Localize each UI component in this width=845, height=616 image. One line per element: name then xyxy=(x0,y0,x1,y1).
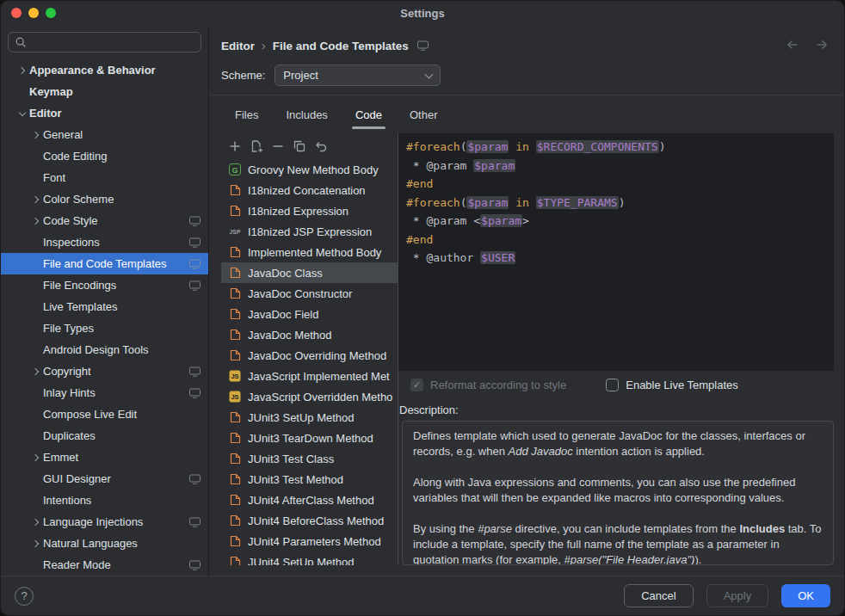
template-file-icon xyxy=(228,535,242,547)
sidebar-item-label: General xyxy=(43,128,83,141)
create-child-template-button[interactable] xyxy=(247,137,266,156)
ok-button[interactable]: OK xyxy=(781,584,830,607)
template-toolbar xyxy=(221,133,398,159)
template-item-javadoc-class[interactable]: JavaDoc Class xyxy=(221,262,398,283)
sidebar-item-file-and-code-templates[interactable]: File and Code Templates xyxy=(1,253,208,274)
template-item-javadoc-constructor[interactable]: JavaDoc Constructor xyxy=(221,283,398,304)
template-code-editor[interactable]: #foreach($param in $RECORD_COMPONENTS) *… xyxy=(398,133,834,371)
template-file-icon xyxy=(228,184,242,196)
template-item-i18nized-expression[interactable]: I18nized Expression xyxy=(221,200,398,221)
groovy-file-icon: G xyxy=(228,163,242,176)
sidebar-item-copyright[interactable]: Copyright xyxy=(1,360,208,382)
sidebar-item-reader-mode[interactable]: Reader Mode xyxy=(1,554,208,576)
chevron-spacer xyxy=(29,236,43,249)
sidebar-item-inspections[interactable]: Inspections xyxy=(1,231,208,253)
chevron-down-icon xyxy=(426,71,432,80)
template-item-junit3-teardown-method[interactable]: JUnit3 TearDown Method xyxy=(221,428,398,448)
sidebar-item-font[interactable]: Font xyxy=(1,167,208,188)
sidebar-item-label: Editor xyxy=(29,107,62,120)
template-item-i18nized-jsp-expression[interactable]: JSPI18nized JSP Expression xyxy=(221,221,398,242)
template-item-junit4-beforeclass-method[interactable]: JUnit4 BeforeClass Method xyxy=(221,510,398,531)
reformat-checkbox[interactable]: ✓ Reformat according to style xyxy=(410,379,566,391)
sidebar-item-emmet[interactable]: Emmet xyxy=(1,447,208,468)
sidebar-item-label: Emmet xyxy=(43,451,78,464)
sidebar-item-intentions[interactable]: Intentions xyxy=(1,490,208,511)
duplicate-template-button[interactable] xyxy=(290,137,309,156)
sidebar-item-appearance-behavior[interactable]: Appearance & Behavior xyxy=(1,59,208,81)
search-input[interactable] xyxy=(31,36,194,49)
svg-text:JSP: JSP xyxy=(230,229,241,235)
help-button[interactable]: ? xyxy=(15,587,34,606)
sidebar-item-code-editing[interactable]: Code Editing xyxy=(1,145,208,167)
template-list-panel: GGroovy New Method BodyI18nized Concaten… xyxy=(221,133,398,565)
tab-includes[interactable]: Includes xyxy=(272,99,341,130)
template-item-junit3-test-class[interactable]: JUnit3 Test Class xyxy=(221,448,398,469)
sidebar-item-general[interactable]: General xyxy=(1,124,208,145)
minimize-window-button[interactable] xyxy=(28,8,39,18)
close-window-button[interactable] xyxy=(11,8,22,18)
sidebar-item-natural-languages[interactable]: Natural Languages xyxy=(1,533,208,554)
chevron-right-icon[interactable] xyxy=(29,365,43,379)
sidebar-item-file-types[interactable]: File Types xyxy=(1,317,208,339)
breadcrumb-section[interactable]: Editor xyxy=(221,40,255,52)
template-item-junit4-setup-method[interactable]: JUnit4 SetUp Method xyxy=(221,551,398,565)
template-item-implemented-method-body[interactable]: Implemented Method Body xyxy=(221,242,398,262)
shared-settings-icon xyxy=(189,280,200,291)
sidebar-item-keymap[interactable]: Keymap xyxy=(1,81,208,102)
tab-files[interactable]: Files xyxy=(221,99,272,130)
chevron-spacer xyxy=(29,279,43,293)
cancel-button[interactable]: Cancel xyxy=(624,584,693,607)
tab-other[interactable]: Other xyxy=(396,99,452,130)
chevron-right-icon[interactable] xyxy=(29,128,43,142)
sidebar-item-inlay-hints[interactable]: Inlay Hints xyxy=(1,382,208,403)
sidebar-item-live-templates[interactable]: Live Templates xyxy=(1,296,208,317)
template-item-javadoc-field[interactable]: JavaDoc Field xyxy=(221,304,398,324)
sidebar-item-label: Font xyxy=(43,171,65,184)
zoom-window-button[interactable] xyxy=(46,8,56,18)
sidebar-item-gui-designer[interactable]: GUI Designer xyxy=(1,468,208,490)
template-item-javadoc-method[interactable]: JavaDoc Method xyxy=(221,324,398,345)
scheme-select[interactable]: Project xyxy=(274,65,441,86)
sidebar-item-compose-live-edit[interactable]: Compose Live Edit xyxy=(1,403,208,425)
template-item-i18nized-concatenation[interactable]: I18nized Concatenation xyxy=(221,180,398,200)
template-item-javascript-implemented-met[interactable]: JSJavaScript Implemented Met xyxy=(221,366,398,386)
sidebar-item-android-design-tools[interactable]: Android Design Tools xyxy=(1,339,208,360)
sidebar-item-color-scheme[interactable]: Color Scheme xyxy=(1,188,208,210)
template-item-javascript-overridden-metho[interactable]: JSJavaScript Overridden Metho xyxy=(221,386,398,407)
settings-search[interactable] xyxy=(8,32,201,52)
template-item-junit4-afterclass-method[interactable]: JUnit4 AfterClass Method xyxy=(221,490,398,510)
apply-button[interactable]: Apply xyxy=(706,584,769,607)
template-item-javadoc-overriding-method[interactable]: JavaDoc Overriding Method xyxy=(221,345,398,366)
templates-content: GGroovy New Method BodyI18nized Concaten… xyxy=(221,133,834,576)
template-item-junit3-test-method[interactable]: JUnit3 Test Method xyxy=(221,469,398,490)
tab-code[interactable]: Code xyxy=(342,99,396,130)
dialog-footer: ? Cancel Apply OK xyxy=(1,576,844,615)
template-item-junit3-setup-method[interactable]: JUnit3 SetUp Method xyxy=(221,407,398,428)
template-item-junit4-parameters-method[interactable]: JUnit4 Parameters Method xyxy=(221,531,398,551)
sidebar-item-editor[interactable]: Editor xyxy=(1,102,208,124)
enable-live-templates-checkbox[interactable]: Enable Live Templates xyxy=(606,379,738,391)
sidebar-item-label: Compose Live Edit xyxy=(43,408,137,421)
back-button[interactable] xyxy=(786,38,799,54)
template-item-groovy-new-method-body[interactable]: GGroovy New Method Body xyxy=(221,159,398,180)
sidebar-item-label: Language Injections xyxy=(43,515,143,528)
chevron-right-icon[interactable] xyxy=(15,64,29,77)
remove-template-button[interactable] xyxy=(268,137,287,156)
chevron-spacer xyxy=(29,343,43,357)
description-label: Description: xyxy=(399,401,834,418)
reset-template-button[interactable] xyxy=(311,137,330,156)
settings-tree: Appearance & BehaviorKeymapEditorGeneral… xyxy=(1,59,208,576)
chevron-right-icon[interactable] xyxy=(29,214,43,228)
sidebar-item-code-style[interactable]: Code Style xyxy=(1,210,208,231)
shared-settings-icon xyxy=(189,259,200,269)
sidebar-item-language-injections[interactable]: Language Injections xyxy=(1,511,208,533)
chevron-right-icon[interactable] xyxy=(29,193,43,206)
create-template-button[interactable] xyxy=(225,137,244,156)
forward-button[interactable] xyxy=(815,38,829,54)
sidebar-item-duplicates[interactable]: Duplicates xyxy=(1,425,208,447)
chevron-right-icon[interactable] xyxy=(29,451,43,465)
sidebar-item-file-encodings[interactable]: File Encodings xyxy=(1,274,208,296)
chevron-down-icon[interactable] xyxy=(15,107,29,120)
chevron-right-icon[interactable] xyxy=(29,537,43,551)
chevron-right-icon[interactable] xyxy=(29,515,43,529)
